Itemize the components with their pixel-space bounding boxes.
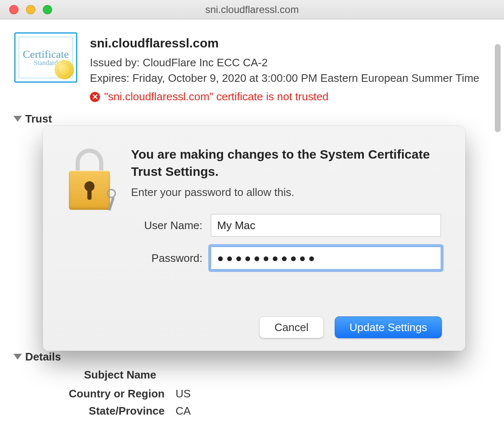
- cert-name: sni.cloudflaressl.com: [90, 34, 486, 52]
- details-row: Locality San Francisco: [43, 422, 486, 423]
- disclosure-triangle-icon: [13, 116, 22, 122]
- trust-section-toggle[interactable]: Trust: [13, 112, 486, 125]
- cert-text-block: sni.cloudflaressl.com Issued by: CloudFl…: [90, 32, 486, 105]
- subject-name-block: Subject Name Country or Region US State/…: [43, 368, 486, 423]
- update-settings-button[interactable]: Update Settings: [335, 316, 442, 338]
- details-val: US: [176, 387, 191, 400]
- lock-icon: [66, 149, 113, 212]
- password-label: Password:: [131, 252, 202, 265]
- details-row: Country or Region US: [43, 387, 486, 400]
- username-input[interactable]: [211, 214, 441, 237]
- subject-name-heading: Subject Name: [84, 368, 486, 381]
- details-val: CA: [176, 405, 191, 418]
- error-icon: ✕: [90, 92, 100, 102]
- trust-section-label: Trust: [25, 112, 52, 125]
- dialog-heading: You are making changes to the System Cer…: [131, 146, 441, 180]
- certificate-icon: Certificate Standard: [14, 32, 77, 83]
- details-section-label: Details: [25, 350, 61, 363]
- window-title: sni.cloudflaressl.com: [0, 4, 504, 16]
- details-key: Locality: [43, 422, 165, 423]
- certificate-seal-icon: [55, 60, 74, 79]
- details-key: State/Province: [43, 405, 165, 418]
- zoom-window-button[interactable]: [43, 5, 52, 14]
- details-val: San Francisco: [176, 422, 245, 423]
- cert-expires: Expires: Friday, October 9, 2020 at 3:00…: [90, 70, 486, 86]
- scrollbar-thumb[interactable]: [495, 44, 501, 132]
- password-input[interactable]: [211, 247, 441, 269]
- username-label: User Name:: [131, 219, 202, 232]
- details-row: State/Province CA: [43, 405, 486, 418]
- cert-icon-line2: Standard: [34, 59, 58, 67]
- cert-trust-warning: ✕ "sni.cloudflaressl.com" certificate is…: [90, 89, 486, 105]
- dialog-subtext: Enter your password to allow this.: [131, 186, 441, 199]
- titlebar: sni.cloudflaressl.com: [0, 0, 504, 19]
- details-section-toggle[interactable]: Details: [13, 350, 486, 363]
- close-window-button[interactable]: [9, 5, 18, 14]
- keys-icon: [101, 189, 121, 214]
- minimize-window-button[interactable]: [26, 5, 35, 14]
- cancel-button[interactable]: Cancel: [259, 316, 324, 338]
- cert-issued-by: Issued by: CloudFlare Inc ECC CA-2: [90, 55, 486, 71]
- traffic-lights: [0, 5, 52, 14]
- disclosure-triangle-icon: [13, 354, 22, 360]
- auth-dialog: You are making changes to the System Cer…: [43, 126, 465, 351]
- details-key: Country or Region: [43, 387, 165, 400]
- cert-header: Certificate Standard sni.cloudflaressl.c…: [12, 32, 486, 105]
